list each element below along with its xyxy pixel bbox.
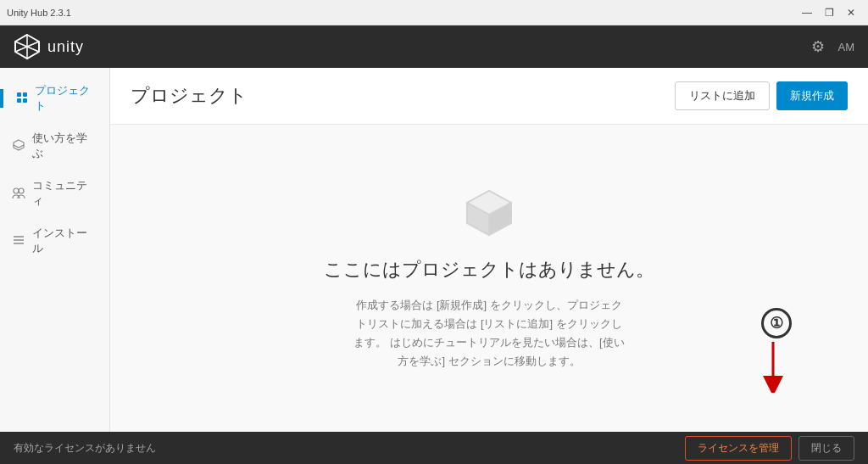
empty-state-title: ここにはプロジェクトはありません。 xyxy=(324,257,654,282)
sidebar-item-projects[interactable]: プロジェクト xyxy=(0,75,109,122)
header-right: ⚙ AM xyxy=(811,37,855,56)
sidebar-item-wrapper-projects: プロジェクト xyxy=(0,75,109,122)
sidebar-item-installs[interactable]: インストール xyxy=(0,217,109,265)
status-bar: 有効なライセンスがありません ライセンスを管理 閉じる xyxy=(0,432,868,464)
empty-state: ここにはプロジェクトはありません。 作成する場合は [新規作成] をクリックし、… xyxy=(110,125,868,432)
maximize-button[interactable]: ❐ xyxy=(819,3,839,22)
page-title: プロジェクト xyxy=(131,83,248,109)
content-header-buttons: リストに追加 新規作成 xyxy=(675,81,848,110)
avatar[interactable]: AM xyxy=(838,41,855,53)
sidebar-item-wrapper-community: コミュニティ xyxy=(0,170,109,217)
status-bar-buttons: ライセンスを管理 閉じる xyxy=(685,436,854,461)
header: unity ⚙ AM xyxy=(0,25,868,68)
unity-logo-text: unity xyxy=(47,38,84,56)
header-logo: unity xyxy=(14,33,84,60)
sidebar-item-community[interactable]: コミュニティ xyxy=(0,170,109,217)
close-button[interactable]: ✕ xyxy=(841,3,861,22)
manage-license-button[interactable]: ライセンスを管理 xyxy=(685,436,792,461)
community-icon xyxy=(12,187,25,201)
svg-point-9 xyxy=(19,188,24,193)
empty-state-desc: 作成する場合は [新規作成] をクリックし、プロジェクトリストに加える場合は [… xyxy=(353,296,625,371)
no-license-text: 有効なライセンスがありません xyxy=(14,441,156,456)
new-project-button[interactable]: 新規作成 xyxy=(776,81,848,110)
svg-rect-5 xyxy=(23,92,27,97)
content-header: プロジェクト リストに追加 新規作成 xyxy=(110,68,868,125)
sidebar-label-projects: プロジェクト xyxy=(35,83,97,114)
installs-icon xyxy=(12,234,25,248)
close-statusbar-button[interactable]: 閉じる xyxy=(798,436,854,461)
projects-icon xyxy=(15,92,28,106)
learn-icon xyxy=(12,139,25,154)
sidebar-label-learn: 使い方を学ぶ xyxy=(32,131,97,161)
minimize-button[interactable]: — xyxy=(797,3,817,22)
content-area: プロジェクト リストに追加 新規作成 ここにはプロジェクトはありません。 作成す… xyxy=(110,68,868,432)
sidebar-item-wrapper-installs: インストール xyxy=(0,217,109,265)
title-bar-title: Unity Hub 2.3.1 xyxy=(7,8,71,18)
sidebar-item-wrapper-learn: 使い方を学ぶ xyxy=(0,122,109,170)
svg-rect-7 xyxy=(23,98,27,103)
add-to-list-button[interactable]: リストに追加 xyxy=(675,81,770,110)
annotation-arrow xyxy=(760,342,786,393)
main-content: プロジェクト 使い方を学ぶ xyxy=(0,68,868,432)
svg-point-8 xyxy=(14,188,19,193)
app-body: unity ⚙ AM xyxy=(0,25,868,464)
svg-rect-6 xyxy=(17,98,21,103)
title-bar-controls: — ❐ ✕ xyxy=(797,3,861,22)
sidebar-label-installs: インストール xyxy=(32,226,97,256)
settings-icon[interactable]: ⚙ xyxy=(811,37,825,56)
sidebar-label-community: コミュニティ xyxy=(32,178,97,209)
unity-logo-icon xyxy=(14,33,41,60)
svg-rect-4 xyxy=(17,92,21,97)
annotation-circle: ① xyxy=(761,308,792,338)
sidebar: プロジェクト 使い方を学ぶ xyxy=(0,68,110,432)
title-bar: Unity Hub 2.3.1 — ❐ ✕ xyxy=(0,0,868,25)
empty-cube-icon xyxy=(462,186,516,240)
sidebar-item-learn[interactable]: 使い方を学ぶ xyxy=(0,122,109,170)
